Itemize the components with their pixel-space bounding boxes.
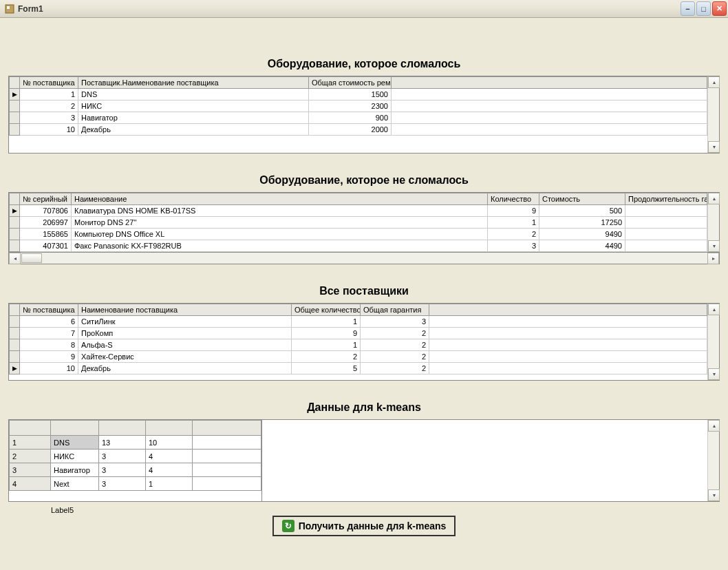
section4-title: Данные для k-means xyxy=(8,401,720,414)
table-row[interactable]: ▶10Декабрь52 xyxy=(10,363,707,374)
table-header-row: № поставщика Поставщик.Наименование пост… xyxy=(10,77,707,89)
scroll-up-icon[interactable]: ▴ xyxy=(708,76,720,88)
horizontal-scrollbar[interactable]: ◂ ▸ xyxy=(8,253,720,264)
col-supplier-num[interactable]: № поставщика xyxy=(20,77,78,89)
scroll-down-icon[interactable]: ▾ xyxy=(708,240,720,252)
grid-broken-equipment[interactable]: № поставщика Поставщик.Наименование пост… xyxy=(8,76,720,154)
section1-title: Оборудование, которое сломалось xyxy=(8,58,720,70)
table-row[interactable]: 3Навигатор34 xyxy=(10,463,261,477)
scroll-down-icon[interactable]: ▾ xyxy=(708,489,720,501)
section3-title: Все поставщики xyxy=(8,285,720,297)
table-row[interactable]: 8Альфа-S12 xyxy=(10,339,707,351)
button-label: Получить данные для k-means xyxy=(299,520,447,531)
app-icon xyxy=(4,3,15,14)
vertical-scrollbar[interactable]: ▴ ▾ xyxy=(707,304,719,380)
window-title: Form1 xyxy=(18,4,681,14)
table-row[interactable]: 206997Монитор DNS 27''117250 xyxy=(10,217,707,229)
scroll-down-icon[interactable]: ▾ xyxy=(708,368,720,380)
table-row[interactable]: 10Декабрь2000 xyxy=(10,124,707,136)
col-repair-cost[interactable]: Общая стоимость ремонта xyxy=(309,77,392,89)
grid-working-equipment[interactable]: № серийный Наименование Количество Стоим… xyxy=(8,192,720,253)
table-row[interactable]: 2НИКС2300 xyxy=(10,101,707,112)
vertical-scrollbar[interactable]: ▴ ▾ xyxy=(707,76,719,153)
scroll-up-icon[interactable]: ▴ xyxy=(708,193,720,204)
kmeans-right-panel: ▴ ▾ xyxy=(262,419,720,502)
col-serial[interactable]: № серийный xyxy=(20,193,72,205)
maximize-button[interactable]: □ xyxy=(696,1,711,16)
col-total-qty[interactable]: Общее количество xyxy=(292,304,361,316)
table-row[interactable]: 6СитиЛинк13 xyxy=(10,316,707,328)
col-supplier-name[interactable]: Наименование поставщика xyxy=(78,304,292,316)
label5: Label5 xyxy=(51,506,720,514)
minimize-button[interactable]: − xyxy=(681,1,695,16)
scroll-right-icon[interactable]: ▸ xyxy=(707,253,719,264)
scroll-up-icon[interactable]: ▴ xyxy=(708,420,720,432)
table-row[interactable]: ▶707806Клавиатура DNS HOME KB-017SS9500 xyxy=(10,205,707,217)
vertical-scrollbar[interactable]: ▴ ▾ xyxy=(707,420,719,501)
table-row[interactable]: 407301Факс Panasonic KX-FT982RUB34490 xyxy=(10,240,707,252)
scroll-left-icon[interactable]: ◂ xyxy=(9,253,21,264)
table-row[interactable]: 7ПроКомп92 xyxy=(10,328,707,339)
col-total-warranty[interactable]: Общая гарантия xyxy=(361,304,429,316)
table-row[interactable]: 2НИКС34 xyxy=(10,450,261,463)
grid-all-suppliers[interactable]: № поставщика Наименование поставщика Общ… xyxy=(8,303,720,381)
table-header-row: № серийный Наименование Количество Стоим… xyxy=(10,193,707,205)
svg-rect-1 xyxy=(7,6,10,9)
scroll-up-icon[interactable]: ▴ xyxy=(708,304,720,315)
grid-kmeans-data[interactable]: 1DNS13102НИКС343Навигатор344Next31 xyxy=(8,419,262,502)
table-row[interactable]: 3Навигатор900 xyxy=(10,112,707,124)
col-qty[interactable]: Количество xyxy=(488,193,539,205)
table-row[interactable]: 1DNS1310 xyxy=(10,436,261,450)
table-row[interactable]: ▶1DNS1500 xyxy=(10,89,707,101)
col-name[interactable]: Наименование xyxy=(72,193,488,205)
scroll-down-icon[interactable]: ▾ xyxy=(708,141,720,153)
window-controls: − □ ✕ xyxy=(681,1,727,16)
get-kmeans-data-button[interactable]: ↻ Получить данные для k-means xyxy=(272,516,456,536)
table-header-row: № поставщика Наименование поставщика Общ… xyxy=(10,304,707,316)
table-row[interactable]: 4Next31 xyxy=(10,477,261,491)
section2-title: Оборудование, которое не сломалось xyxy=(8,174,720,187)
table-row[interactable]: 155865Компьютер DNS Office XL29490 xyxy=(10,229,707,240)
close-button[interactable]: ✕ xyxy=(712,1,727,16)
titlebar: Form1 − □ ✕ xyxy=(0,0,728,18)
col-supplier-name[interactable]: Поставщик.Наименование поставщика xyxy=(78,77,309,89)
table-row[interactable]: 9Хайтек-Сервис22 xyxy=(10,351,707,363)
col-warranty[interactable]: Продолжительность гаран xyxy=(625,193,707,205)
vertical-scrollbar[interactable]: ▴ ▾ xyxy=(707,193,719,252)
col-cost[interactable]: Стоимость xyxy=(539,193,625,205)
col-supplier-num[interactable]: № поставщика xyxy=(20,304,78,316)
refresh-icon: ↻ xyxy=(282,520,295,532)
